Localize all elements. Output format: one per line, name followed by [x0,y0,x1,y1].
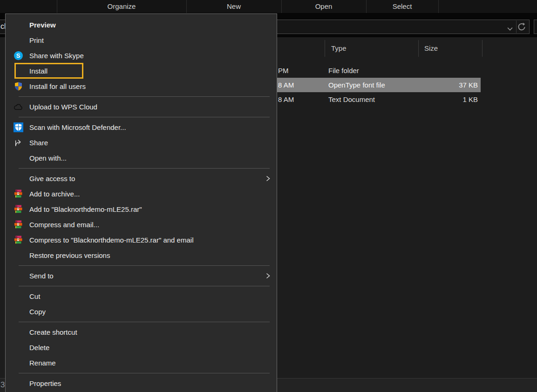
cell-type: File folder [328,63,359,78]
menu-item-install[interactable]: Install [6,63,277,79]
menu-item-properties[interactable]: Properties [6,376,277,391]
winrar-icon [13,189,23,199]
menu-item-give-access-to[interactable]: Give access to [6,171,277,186]
winrar-icon [13,204,23,214]
ribbon: OrganizeNewOpenSelect [0,0,537,14]
ribbon-group-open[interactable]: Open [281,0,366,13]
menu-item-share-with-skype[interactable]: SShare with Skype [6,48,277,63]
menu-item-label: Properties [29,376,61,391]
cell-date-modified: 8 AM [278,78,294,92]
menu-item-cut[interactable]: Cut [6,289,277,304]
refresh-icon[interactable] [517,22,526,34]
menu-item-compress-and-email[interactable]: Compress and email... [6,217,277,232]
menu-item-label: Compress and email... [29,217,99,232]
column-separator [482,40,483,57]
menu-item-upload-to-wps-cloud[interactable]: Upload to WPS Cloud [6,99,277,115]
menu-item-label: Cut [29,289,40,304]
menu-item-label: Give access to [29,171,75,186]
column-header-size[interactable]: Size [424,41,478,56]
menu-separator [6,166,277,171]
menu-separator [6,115,277,120]
menu-item-create-shortcut[interactable]: Create shortcut [6,324,277,340]
menu-item-rename[interactable]: Rename [6,355,277,371]
menu-item-add-to-blacknorthdemo-mle25-rar[interactable]: Add to "Blacknorthdemo-mLE25.rar" [6,202,277,217]
menu-item-label: Delete [29,340,49,355]
address-bar-divider [516,20,517,33]
menu-item-label: Rename [29,355,56,371]
menu-item-label: Add to "Blacknorthdemo-mLE25.rar" [29,202,142,217]
menu-separator [6,371,277,376]
column-header-type[interactable]: Type [331,41,415,56]
menu-item-open-with[interactable]: Open with... [6,150,277,166]
menu-separator [6,263,277,268]
submenu-chevron-icon [265,175,271,184]
cell-type: OpenType font file [328,78,385,92]
menu-item-label: Copy [29,304,46,319]
menu-item-delete[interactable]: Delete [6,340,277,355]
menu-item-add-to-archive[interactable]: Add to archive... [6,186,277,202]
column-separator [418,40,419,57]
skype-icon: S [13,51,23,61]
menu-item-compress-to-blacknorthdemo-mle25-rar-and-email[interactable]: Compress to "Blacknorthdemo-mLE25.rar" a… [6,232,277,248]
menu-item-preview[interactable]: Preview [6,17,277,33]
cell-date-modified: PM [278,63,289,78]
cell-size: 1 KB [419,92,478,107]
menu-item-copy[interactable]: Copy [6,304,277,319]
ribbon-separator [438,0,439,13]
context-menu: PreviewPrintSShare with SkypeInstallInst… [5,14,277,392]
menu-item-label: Send to [29,268,54,284]
cell-date-modified: 8 AM [278,92,294,107]
defender-icon [13,122,23,132]
menu-item-label: Share with Skype [29,48,84,63]
search-box-partial[interactable] [534,20,537,34]
uac-shield-icon [13,81,23,91]
menu-item-label: Preview [29,17,56,33]
menu-item-label: Open with... [29,150,67,166]
menu-item-label: Restore previous versions [29,248,110,263]
menu-item-label: Add to archive... [29,186,80,202]
menu-item-label: Create shortcut [29,324,77,340]
menu-item-scan-with-microsoft-defender[interactable]: Scan with Microsoft Defender... [6,120,277,135]
cell-size: 37 KB [419,78,478,92]
winrar-icon [13,235,23,245]
submenu-chevron-icon [265,272,271,281]
install-highlight-ring [14,63,83,79]
menu-separator [6,284,277,289]
chevron-down-icon[interactable] [507,25,513,33]
menu-item-label: Install for all users [29,79,86,94]
menu-item-label: Upload to WPS Cloud [29,99,97,115]
menu-item-install-for-all-users[interactable]: Install for all users [6,79,277,94]
menu-item-label: Share [29,135,48,150]
menu-item-label: Scan with Microsoft Defender... [29,120,126,135]
ribbon-group-select[interactable]: Select [366,0,438,13]
menu-item-send-to[interactable]: Send to [6,268,277,284]
cell-type: Text Document [328,92,375,107]
menu-item-label: Print [29,33,44,48]
share-icon [13,138,23,148]
cloud-icon [13,102,23,112]
menu-item-restore-previous-versions[interactable]: Restore previous versions [6,248,277,263]
menu-separator [6,319,277,324]
winrar-icon [13,220,23,230]
menu-item-share[interactable]: Share [6,135,277,150]
menu-item-print[interactable]: Print [6,33,277,48]
column-separator [325,40,325,57]
menu-item-label: Compress to "Blacknorthdemo-mLE25.rar" a… [29,232,193,248]
ribbon-group-organize[interactable]: Organize [57,0,186,13]
menu-separator [6,94,277,99]
ribbon-group-new[interactable]: New [186,0,281,13]
